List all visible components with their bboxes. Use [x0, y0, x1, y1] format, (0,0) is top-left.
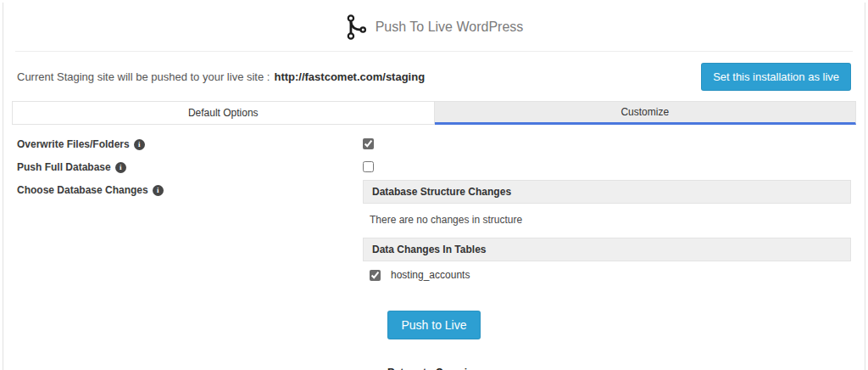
choose-database-changes-label-group: Choose Database Changes [17, 183, 363, 197]
hosting-accounts-checkbox[interactable] [370, 270, 381, 281]
overwrite-files-checkbox[interactable] [363, 138, 374, 149]
info-icon[interactable] [134, 139, 145, 150]
push-full-database-control [363, 160, 851, 176]
table-row-hosting-accounts: hosting_accounts [363, 261, 851, 288]
push-full-database-label: Push Full Database [17, 160, 111, 174]
database-structure-changes-header: Database Structure Changes [363, 180, 851, 204]
tab-default-options[interactable]: Default Options [12, 101, 435, 125]
database-changes-panel-wrap: Database Structure Changes There are no … [363, 183, 851, 288]
form-row-choose-database-changes: Choose Database Changes Database Structu… [3, 183, 865, 288]
overwrite-files-label-group: Overwrite Files/Folders [17, 137, 363, 151]
code-fork-icon [345, 14, 367, 41]
staging-url: http://fastcomet.com/staging [274, 70, 425, 83]
return-to-overview-link[interactable]: Return to Overview [387, 367, 481, 370]
hosting-accounts-label: hosting_accounts [391, 269, 470, 281]
staging-message-text: Current Staging site will be pushed to y… [17, 70, 270, 83]
form-row-push-full-database: Push Full Database [3, 160, 865, 176]
page-title: Push To Live WordPress [376, 20, 524, 35]
push-to-live-page: Push To Live WordPress Current Staging s… [3, 3, 865, 370]
structure-changes-message: There are no changes in structure [363, 204, 851, 238]
set-installation-live-button[interactable]: Set this installation as live [701, 63, 851, 91]
form-row-overwrite-files: Overwrite Files/Folders [3, 137, 865, 153]
choose-database-changes-label: Choose Database Changes [17, 183, 148, 197]
overwrite-files-control [363, 137, 851, 153]
data-changes-in-tables-header: Data Changes In Tables [363, 238, 851, 261]
database-changes-panel: Database Structure Changes There are no … [363, 180, 851, 288]
tabs: Default Options Customize [12, 101, 856, 125]
info-icon[interactable] [153, 185, 164, 196]
push-button-container: Push to Live [3, 311, 865, 339]
staging-message: Current Staging site will be pushed to y… [17, 70, 425, 83]
tab-customize[interactable]: Customize [435, 101, 857, 125]
overwrite-files-label: Overwrite Files/Folders [17, 137, 130, 151]
push-to-live-button[interactable]: Push to Live [387, 311, 480, 339]
info-icon[interactable] [115, 162, 126, 173]
push-full-database-checkbox[interactable] [363, 161, 374, 172]
tab-content: Overwrite Files/Folders Push Full Databa… [3, 125, 865, 370]
push-full-database-label-group: Push Full Database [17, 160, 363, 174]
staging-info-row: Current Staging site will be pushed to y… [3, 52, 865, 101]
page-header: Push To Live WordPress [15, 3, 853, 52]
return-link-container: Return to Overview [3, 364, 865, 370]
